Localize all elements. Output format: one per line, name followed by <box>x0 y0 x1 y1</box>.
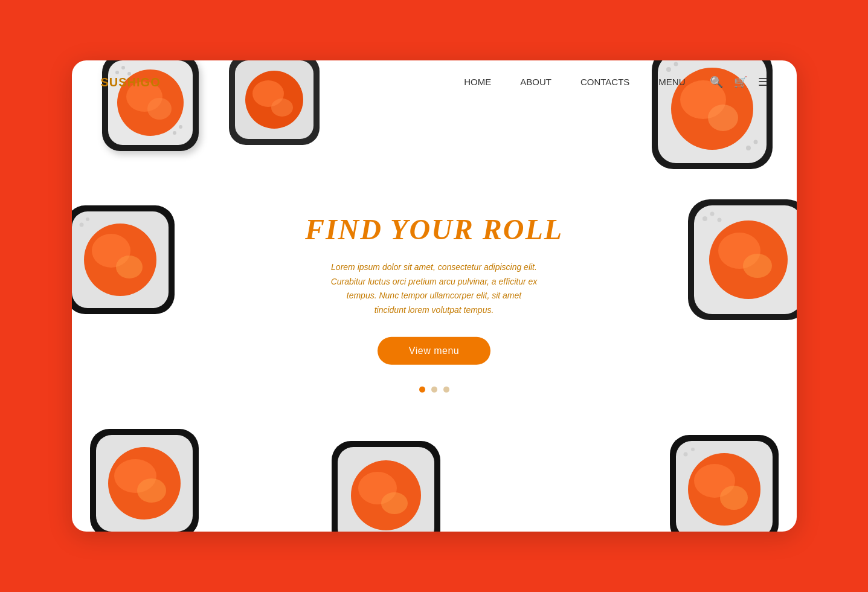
view-menu-button[interactable]: View menu <box>378 337 490 365</box>
dot-1[interactable] <box>419 387 425 393</box>
svg-point-38 <box>86 217 89 221</box>
dot-3[interactable] <box>443 387 449 393</box>
search-icon[interactable]: 🔍 <box>710 76 723 89</box>
hamburger-icon[interactable]: ☰ <box>758 76 768 89</box>
sushi-roll-bot-center <box>326 435 446 532</box>
svg-point-36 <box>116 256 143 278</box>
nav-item-menu[interactable]: MENU <box>658 77 685 88</box>
svg-point-55 <box>691 448 695 451</box>
nav-item-about[interactable]: ABOUT <box>520 77 551 88</box>
svg-point-54 <box>683 452 687 457</box>
sushi-roll-mid-right <box>682 193 797 326</box>
carousel-dots <box>283 387 585 393</box>
nav-links: HOME ABOUT CONTACTS MENU <box>464 77 685 88</box>
svg-point-19 <box>708 105 738 131</box>
svg-point-22 <box>746 146 751 150</box>
sushi-roll-bot-left <box>84 423 205 532</box>
dot-2[interactable] <box>431 387 437 393</box>
svg-point-30 <box>710 212 714 216</box>
nav-item-home[interactable]: HOME <box>464 77 491 88</box>
hero-description: Lorem ipsum dolor sit amet, consectetur … <box>283 260 585 318</box>
sushi-roll-mid-left <box>72 199 181 320</box>
svg-point-8 <box>173 131 176 135</box>
navbar: SUSHIGO HOME ABOUT CONTACTS MENU 🔍 🛒 ☰ <box>72 60 797 104</box>
svg-point-37 <box>79 223 83 227</box>
svg-point-48 <box>381 492 408 514</box>
hero-title: FIND YOUR ROLL <box>283 214 585 246</box>
navbar-icons: 🔍 🛒 ☰ <box>710 76 768 89</box>
svg-point-43 <box>137 478 166 503</box>
logo[interactable]: SUSHIGO <box>101 76 161 89</box>
hero-section: FIND YOUR ROLL Lorem ipsum dolor sit ame… <box>283 214 585 393</box>
nav-item-contacts[interactable]: CONTACTS <box>580 77 629 88</box>
svg-point-31 <box>717 218 721 222</box>
svg-point-29 <box>702 216 707 221</box>
main-card: SUSHIGO HOME ABOUT CONTACTS MENU 🔍 🛒 ☰ <box>72 60 797 532</box>
svg-point-23 <box>753 140 757 144</box>
sushi-roll-bot-right <box>664 429 785 532</box>
cart-icon[interactable]: 🛒 <box>734 76 747 89</box>
svg-point-53 <box>720 486 748 510</box>
svg-point-28 <box>743 254 772 278</box>
svg-point-9 <box>179 125 182 129</box>
